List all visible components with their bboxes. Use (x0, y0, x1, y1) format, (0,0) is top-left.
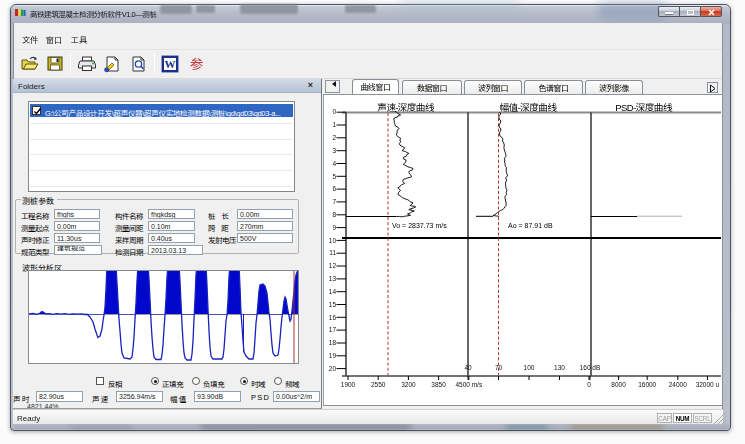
svg-text:0: 0 (587, 381, 591, 388)
svg-text:Ao = 87.91 dB: Ao = 87.91 dB (508, 222, 553, 229)
svg-text:160 dB: 160 dB (580, 364, 601, 371)
svg-text:12: 12 (329, 262, 337, 269)
svg-text:17: 17 (329, 326, 337, 333)
svg-text:3: 3 (332, 147, 336, 154)
svg-text:20: 20 (329, 365, 337, 372)
svg-text:7: 7 (332, 198, 336, 205)
svg-text:W: W (165, 58, 176, 70)
svg-text:40: 40 (464, 364, 472, 371)
svg-text:19: 19 (329, 352, 337, 359)
svg-text:6: 6 (332, 185, 336, 192)
svg-text:2: 2 (332, 134, 336, 141)
svg-text:9: 9 (332, 224, 336, 231)
svg-text:1: 1 (332, 121, 336, 128)
svg-text:130: 130 (554, 364, 565, 371)
svg-text:3850: 3850 (431, 381, 446, 388)
svg-text:11: 11 (329, 249, 336, 256)
svg-text:8000: 8000 (611, 381, 626, 388)
svg-text:Vo = 2837.73 m/s: Vo = 2837.73 m/s (392, 222, 447, 229)
svg-text:4: 4 (332, 160, 336, 167)
svg-text:5: 5 (332, 173, 336, 180)
svg-text:15: 15 (329, 301, 337, 308)
svg-text:3200: 3200 (401, 381, 416, 388)
svg-text:10: 10 (329, 237, 337, 244)
svg-text:100: 100 (524, 364, 535, 371)
svg-text:1900: 1900 (341, 381, 356, 388)
svg-text:0: 0 (332, 108, 336, 115)
svg-text:18: 18 (329, 339, 337, 346)
svg-text:2550: 2550 (371, 381, 386, 388)
svg-text:14: 14 (329, 288, 337, 295)
svg-text:8: 8 (332, 211, 336, 218)
svg-text:13: 13 (329, 275, 337, 282)
svg-text:24000: 24000 (669, 381, 687, 388)
svg-text:16000: 16000 (638, 381, 656, 388)
svg-text:参i: 参i (190, 55, 206, 73)
svg-text:16: 16 (329, 314, 337, 321)
svg-text:70: 70 (495, 364, 503, 371)
svg-text:32000 u: 32000 u (696, 381, 720, 388)
svg-text:4500 m/s: 4500 m/s (455, 381, 482, 388)
